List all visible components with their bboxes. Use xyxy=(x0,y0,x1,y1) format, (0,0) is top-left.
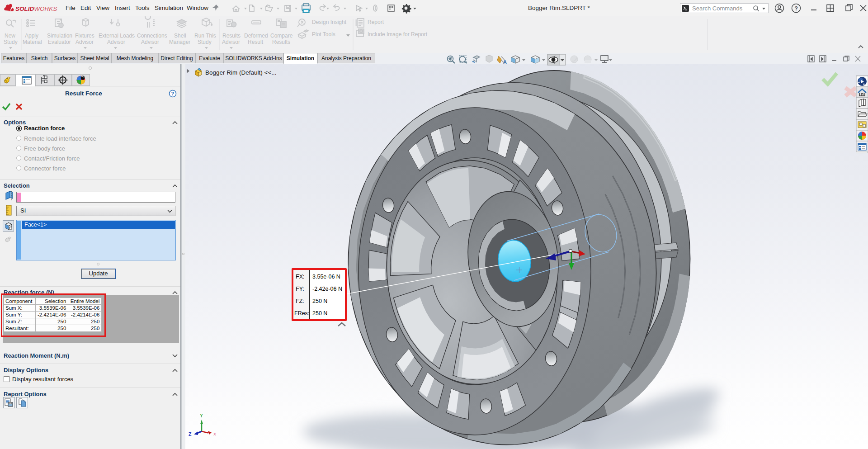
svg-text:Study: Study xyxy=(198,39,212,45)
svg-text:Include Image for Report: Include Image for Report xyxy=(368,31,428,38)
svg-text:Deformed: Deformed xyxy=(244,33,268,39)
svg-text:Run This: Run This xyxy=(194,33,216,39)
svg-text:Advisor: Advisor xyxy=(75,39,94,45)
svg-text:?: ? xyxy=(795,5,798,12)
svg-text:A: A xyxy=(503,59,507,65)
svg-text:Shell: Shell xyxy=(174,33,186,39)
svg-text:Material: Material xyxy=(23,39,42,45)
svg-text:Bogger Rim (Default) <<...: Bogger Rim (Default) <<... xyxy=(205,69,277,76)
svg-text:SOLIDWORKS: SOLIDWORKS xyxy=(15,5,57,12)
svg-text:Plot Tools: Plot Tools xyxy=(312,31,335,38)
svg-text:Results: Results xyxy=(222,33,241,39)
svg-text:New: New xyxy=(5,33,15,39)
svg-text:Simulation: Simulation xyxy=(47,33,72,39)
svg-text:Apply: Apply xyxy=(25,33,38,39)
svg-text:Report: Report xyxy=(368,19,384,25)
svg-text:?: ? xyxy=(171,91,175,96)
svg-text:Results: Results xyxy=(272,39,290,45)
svg-text:Evaluator: Evaluator xyxy=(48,39,71,45)
svg-text:Advisor: Advisor xyxy=(222,39,240,45)
svg-text:Study: Study xyxy=(4,39,18,45)
svg-text:Connections: Connections xyxy=(137,33,167,39)
svg-text:Z: Z xyxy=(189,431,192,437)
svg-text:Manager: Manager xyxy=(169,39,190,45)
svg-text:Fixtures: Fixtures xyxy=(75,33,94,39)
svg-text:External Loads: External Loads xyxy=(99,33,135,39)
svg-text:Design Insight: Design Insight xyxy=(312,19,347,25)
svg-text:Y: Y xyxy=(200,413,203,418)
svg-text:Advisor: Advisor xyxy=(141,39,159,45)
svg-text:Advisor: Advisor xyxy=(107,39,125,45)
svg-text:Result: Result xyxy=(248,39,264,45)
svg-text:x: x xyxy=(213,431,216,436)
svg-text:Compare: Compare xyxy=(270,33,293,39)
